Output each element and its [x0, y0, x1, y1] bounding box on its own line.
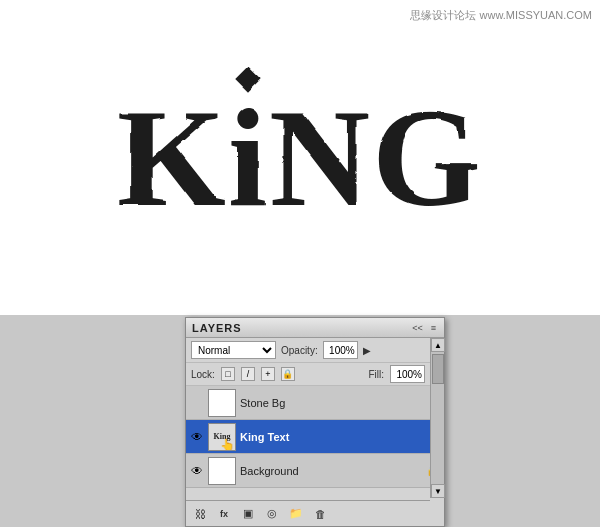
layers-panel: LAYERS << ≡ Normal Multiply Screen Opaci… — [185, 317, 445, 527]
layer-king-thumb-text: King — [214, 432, 231, 441]
opacity-label: Opacity: — [281, 345, 318, 356]
adjustment-layer-btn[interactable]: ◎ — [262, 505, 282, 523]
new-group-btn[interactable]: 📁 — [286, 505, 306, 523]
layers-list: 👁 Stone Bg 👁 King 👆 King Text 👁 Backgrou… — [186, 386, 444, 488]
delete-layer-btn[interactable]: 🗑 — [310, 505, 330, 523]
layer-background-name: Background — [240, 465, 422, 477]
lock-position-btn[interactable]: + — [261, 367, 275, 381]
opacity-arrow[interactable]: ▶ — [363, 345, 371, 356]
blend-mode-select[interactable]: Normal Multiply Screen — [191, 341, 276, 359]
scroll-thumb[interactable] — [432, 354, 444, 384]
layers-titlebar: LAYERS << ≡ — [186, 318, 444, 338]
king-text-display: Ki NG — [117, 88, 483, 228]
fill-input[interactable]: 100% — [390, 365, 425, 383]
layer-background-thumb — [208, 457, 236, 485]
layer-stone-bg-visibility[interactable]: 👁 — [190, 396, 204, 410]
layers-title: LAYERS — [192, 322, 242, 334]
layers-scrollbar: ▲ ▼ — [430, 338, 444, 498]
fill-label: Fill: — [368, 369, 384, 380]
layer-background-visibility[interactable]: 👁 — [190, 464, 204, 478]
layer-stone-bg-thumb — [208, 389, 236, 417]
layers-toolbar: ⛓ fx ▣ ◎ 📁 🗑 — [186, 500, 430, 526]
watermark: 思缘设计论坛 www.MISSYUAN.COM — [410, 8, 592, 23]
layers-controls-right: << ≡ — [410, 323, 438, 333]
canvas-area: 思缘设计论坛 www.MISSYUAN.COM Ki NG — [0, 0, 600, 315]
scroll-up-btn[interactable]: ▲ — [431, 338, 445, 352]
scroll-down-btn[interactable]: ▼ — [431, 484, 445, 498]
lock-pixels-btn[interactable]: / — [241, 367, 255, 381]
opacity-input[interactable]: 100% — [323, 341, 358, 359]
lock-label: Lock: — [191, 369, 215, 380]
menu-button[interactable]: ≡ — [429, 323, 438, 333]
layer-stone-bg-name: Stone Bg — [240, 397, 440, 409]
king-i-wrapper: i — [228, 88, 269, 228]
layer-king-text-thumb: King 👆 — [208, 423, 236, 451]
layer-mask-btn[interactable]: ▣ — [238, 505, 258, 523]
layer-stone-bg[interactable]: 👁 Stone Bg — [186, 386, 444, 420]
blend-row: Normal Multiply Screen Opacity: 100% ▶ — [186, 338, 444, 363]
link-layers-btn[interactable]: ⛓ — [190, 505, 210, 523]
lock-all-btn[interactable]: 🔒 — [281, 367, 295, 381]
lock-transparent-btn[interactable]: □ — [221, 367, 235, 381]
collapse-button[interactable]: << — [410, 323, 425, 333]
layer-king-text-name: King Text — [240, 431, 440, 443]
layer-background[interactable]: 👁 Background 🔒 — [186, 454, 444, 488]
lock-row: Lock: □ / + 🔒 Fill: 100% ▶ — [186, 363, 444, 386]
layer-style-btn[interactable]: fx — [214, 505, 234, 523]
layer-king-text-visibility[interactable]: 👁 — [190, 430, 204, 444]
king-diamond — [236, 66, 261, 91]
layer-king-text[interactable]: 👁 King 👆 King Text — [186, 420, 444, 454]
